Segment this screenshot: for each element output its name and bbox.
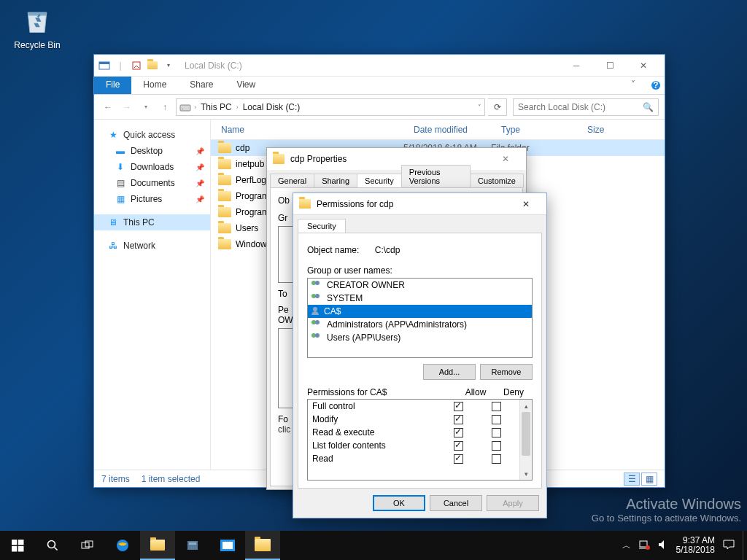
column-headers[interactable]: Name Date modified Type Size	[211, 120, 665, 140]
group-row[interactable]: Administrators (APP\Administrators)	[308, 318, 532, 331]
window-title: Local Disk (C:)	[185, 61, 242, 71]
tab-share[interactable]: Share	[178, 77, 225, 94]
svg-text:?: ?	[653, 80, 658, 90]
forward-button[interactable]: →	[119, 99, 135, 115]
pin-icon: 📌	[196, 163, 204, 171]
qat-dropdown-icon[interactable]: ▾	[163, 60, 174, 71]
search-button[interactable]	[35, 531, 70, 560]
allow-checkbox[interactable]	[454, 415, 463, 424]
breadcrumb[interactable]: This PC	[199, 102, 233, 112]
allow-header: Allow	[457, 387, 495, 397]
permission-row: Modify	[308, 413, 519, 426]
deny-checkbox[interactable]	[492, 454, 501, 464]
show-desktop-button[interactable]	[743, 531, 747, 560]
up-button[interactable]: ↑	[157, 99, 173, 115]
refresh-button[interactable]: ⟳	[488, 98, 507, 116]
allow-checkbox[interactable]	[454, 441, 463, 451]
action-center-icon[interactable]	[722, 539, 735, 553]
scrollbar[interactable]: ▴ ▾	[519, 400, 532, 480]
allow-checkbox[interactable]	[454, 402, 463, 411]
group-label: Group or user names:	[307, 265, 533, 276]
qat-newfolder-icon[interactable]	[147, 60, 158, 71]
search-icon: 🔍	[643, 102, 654, 112]
view-details-button[interactable]: ☰	[624, 472, 640, 486]
group-row[interactable]: Users (APP\Users)	[308, 331, 532, 344]
sidebar-item[interactable]: ⬇Downloads📌	[94, 159, 210, 175]
tab-view[interactable]: View	[225, 77, 267, 94]
ribbon-expand-icon[interactable]: ˅	[619, 77, 647, 94]
close-button[interactable]: ✕	[627, 55, 660, 77]
scroll-down-icon[interactable]: ▾	[520, 467, 532, 480]
chevron-right-icon[interactable]: ›	[194, 104, 196, 111]
properties-titlebar[interactable]: cdp Properties ✕	[267, 148, 526, 170]
group-row[interactable]: SYSTEM	[308, 292, 532, 305]
maximize-button[interactable]: ☐	[593, 55, 627, 77]
taskbar-ie[interactable]	[105, 531, 140, 560]
tab-security[interactable]: Security	[298, 219, 346, 233]
tray-network-icon[interactable]	[638, 540, 650, 552]
tab-general[interactable]: General	[270, 174, 314, 187]
permissions-tabs: Security	[293, 215, 546, 233]
group-list[interactable]: CREATOR OWNERSYSTEMCA$Administrators (AP…	[307, 278, 533, 358]
chevron-down-icon[interactable]: ˅	[478, 104, 481, 111]
address-bar[interactable]: › This PC › Local Disk (C:) ˅	[176, 98, 485, 116]
desktop-icon-recycle-bin[interactable]: Recycle Bin	[10, 4, 64, 50]
scroll-up-icon[interactable]: ▴	[520, 400, 532, 412]
search-box[interactable]: 🔍	[513, 98, 659, 116]
sidebar-network[interactable]: 🖧Network	[94, 238, 210, 254]
close-button[interactable]: ✕	[491, 149, 520, 169]
deny-checkbox[interactable]	[492, 415, 501, 424]
back-button[interactable]: ←	[100, 99, 116, 115]
tab-home[interactable]: Home	[131, 77, 178, 94]
sidebar-this-pc[interactable]: 🖥This PC	[94, 214, 210, 230]
sidebar-item[interactable]: ▤Documents📌	[94, 175, 210, 191]
task-view-button[interactable]	[70, 531, 105, 560]
sidebar-item[interactable]: ▦Pictures📌	[94, 191, 210, 207]
apply-button[interactable]: Apply	[487, 495, 539, 511]
help-icon[interactable]: ?	[647, 77, 665, 94]
search-input[interactable]	[518, 102, 643, 112]
permissions-titlebar[interactable]: Permissions for cdp ✕	[293, 193, 546, 215]
breadcrumb[interactable]: Local Disk (C:)	[241, 102, 302, 112]
allow-checkbox[interactable]	[454, 428, 463, 438]
group-row[interactable]: CA$	[308, 305, 532, 318]
cancel-button[interactable]: Cancel	[430, 495, 482, 511]
deny-checkbox[interactable]	[492, 441, 501, 451]
taskbar-explorer[interactable]	[140, 531, 175, 560]
tab-security[interactable]: Security	[357, 174, 402, 187]
titlebar[interactable]: | ▾ Local Disk (C:) ─ ☐ ✕	[94, 55, 665, 77]
tab-file[interactable]: File	[94, 77, 131, 94]
close-button[interactable]: ✕	[511, 194, 541, 214]
tab-previous-versions[interactable]: Previous Versions	[401, 165, 471, 187]
view-large-button[interactable]: ▦	[641, 472, 657, 486]
taskbar-clock[interactable]: 9:37 AM 5/18/2018	[676, 536, 715, 555]
minimize-button[interactable]: ─	[560, 55, 593, 77]
remove-button[interactable]: Remove	[480, 364, 533, 380]
sidebar-item[interactable]: ▬Desktop📌	[94, 143, 210, 159]
downloads-icon: ⬇	[115, 161, 126, 173]
sidebar-quick-access[interactable]: ★Quick access	[94, 127, 210, 143]
start-button[interactable]	[0, 531, 35, 560]
qat-properties-icon[interactable]	[131, 60, 142, 71]
taskbar-explorer-folder[interactable]	[245, 531, 280, 560]
ok-button[interactable]: OK	[373, 495, 425, 511]
tray-volume-icon[interactable]	[657, 540, 669, 552]
folder-icon	[299, 199, 311, 209]
taskbar-app1[interactable]	[210, 531, 245, 560]
permissions-dialog: Permissions for cdp ✕ Security Object na…	[293, 192, 547, 518]
group-row[interactable]: CREATOR OWNER	[308, 279, 532, 292]
taskbar-server-manager[interactable]	[175, 531, 210, 560]
permission-row: Read	[308, 452, 519, 465]
add-button[interactable]: Add...	[423, 364, 476, 380]
allow-checkbox[interactable]	[454, 454, 463, 464]
tray-chevron-icon[interactable]: ︿	[622, 540, 631, 552]
svg-rect-10	[18, 546, 24, 552]
object-name-row: Object name: C:\cdp	[307, 245, 533, 255]
tab-sharing[interactable]: Sharing	[314, 174, 357, 187]
tab-customize[interactable]: Customize	[470, 174, 524, 187]
deny-checkbox[interactable]	[492, 428, 501, 438]
chevron-right-icon[interactable]: ›	[236, 104, 239, 111]
svg-rect-1	[99, 62, 109, 64]
deny-checkbox[interactable]	[492, 402, 501, 411]
recent-dropdown-icon[interactable]: ▾	[138, 99, 154, 115]
